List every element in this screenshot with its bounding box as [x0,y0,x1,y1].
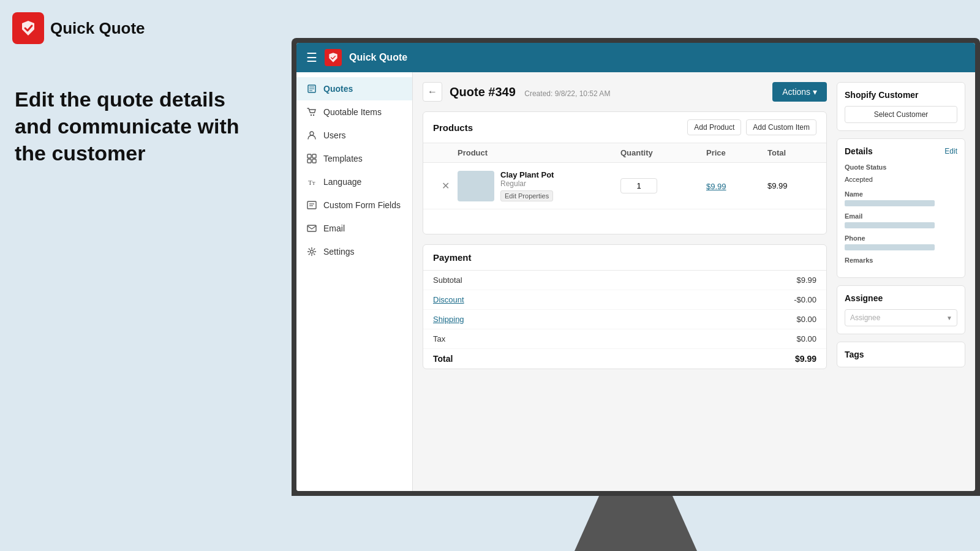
add-product-button[interactable]: Add Product [687,119,741,135]
col-header-product: Product [458,148,620,157]
quantity-input[interactable] [620,178,657,193]
back-button[interactable]: ← [423,82,442,102]
quote-icon [306,83,317,94]
remarks-label: Remarks [845,257,957,264]
quote-number: Quote #349 [450,85,516,99]
detail-field-name: Name [845,190,957,206]
assignee-select[interactable]: Assignee [845,309,957,326]
tags-card: Tags [837,342,965,367]
product-details: Clay Plant Pot Regular Edit Properties [500,170,620,201]
hero-text: Edit the quote details and communicate w… [15,86,247,167]
cart-icon [306,107,317,118]
quote-created: Created: 9/8/22, 10:52 AM [524,89,610,98]
sidebar-item-quotable-items[interactable]: Quotable Items [296,100,412,124]
payment-header: Payment [423,245,826,271]
shipping-link[interactable]: Shipping [433,315,464,324]
details-title: Details [845,146,873,156]
right-panel: Shopify Customer Select Customer Details… [837,82,965,481]
sidebar-item-language[interactable]: Tт Language [296,170,412,193]
detail-field-email: Email [845,212,957,228]
add-custom-item-button[interactable]: Add Custom Item [746,119,816,135]
price-cell: $9.99 [706,181,767,192]
shopify-customer-card: Shopify Customer Select Customer [837,82,965,131]
details-edit-button[interactable]: Edit [944,147,957,156]
discount-value: -$0.00 [794,295,816,304]
sidebar-label-quotable-items: Quotable Items [323,107,382,117]
details-card: Details Edit Quote Status Accepted Name [837,138,965,278]
sidebar-item-quotes[interactable]: Quotes [296,77,412,100]
brand-logo [12,12,44,44]
detail-field-phone: Phone [845,234,957,250]
price-link[interactable]: $9.99 [706,182,726,191]
payment-card: Payment Subtotal $9.99 Discount -$0.00 [423,244,827,369]
monitor-screen: ☰ Quick Quote [292,38,980,496]
product-variant: Regular [500,179,620,188]
sidebar-label-language: Language [323,177,361,187]
svg-rect-17 [307,225,316,231]
quote-status-value: Accepted [845,176,873,183]
sidebar-item-custom-form-fields[interactable]: Custom Form Fields [296,193,412,217]
total-value: $9.99 [795,354,816,364]
details-header: Details Edit [845,146,957,156]
tags-title: Tags [845,350,957,359]
language-icon: Tт [306,176,317,187]
edit-properties-button[interactable]: Edit Properties [500,190,553,201]
settings-icon [306,246,317,257]
app-container: ☰ Quick Quote [296,43,975,491]
monitor-stand [575,496,697,551]
sidebar-item-users[interactable]: Users [296,124,412,147]
form-icon [306,200,317,211]
shipping-value: $0.00 [796,315,816,324]
col-header-empty [433,148,458,157]
select-customer-button[interactable]: Select Customer [845,106,957,123]
payment-row-subtotal: Subtotal $9.99 [423,271,826,290]
svg-rect-12 [312,159,316,163]
assignee-title: Assignee [845,293,957,303]
col-header-price: Price [706,148,767,157]
payment-row-total: Total $9.99 [423,349,826,369]
tax-value: $0.00 [796,334,816,343]
content-area: ← Quote #349 Created: 9/8/22, 10:52 AM A… [413,72,975,491]
table-row: ✕ Clay Plant Pot Regular Edit Properties [423,163,826,209]
sidebar-label-templates: Templates [323,154,363,163]
col-header-quantity: Quantity [620,148,706,157]
sidebar-item-email[interactable]: Email [296,217,412,240]
quote-header-left: ← Quote #349 Created: 9/8/22, 10:52 AM [423,82,610,102]
subtotal-label: Subtotal [433,276,462,285]
payment-row-tax: Tax $0.00 [423,329,826,349]
main-panel: ← Quote #349 Created: 9/8/22, 10:52 AM A… [423,82,827,481]
user-icon [306,130,317,141]
remove-product-button[interactable]: ✕ [433,180,458,192]
phone-value-bar [845,244,935,250]
email-value-bar [845,222,935,228]
sidebar-label-custom-form-fields: Custom Form Fields [323,200,401,210]
hamburger-icon[interactable]: ☰ [306,50,317,65]
sidebar: Quotes Quotable Items [296,72,413,491]
assignee-card: Assignee Assignee [837,285,965,334]
total-cell: $9.99 [767,181,816,190]
nav-title: Quick Quote [349,52,407,63]
name-value-bar [845,200,935,206]
svg-rect-10 [312,154,316,158]
svg-point-7 [313,114,314,116]
product-info: Clay Plant Pot Regular Edit Properties [458,170,620,201]
email-icon [306,223,317,234]
col-header-total: Total [767,148,816,157]
email-label: Email [845,212,957,220]
quantity-cell [620,178,706,193]
nav-logo [325,49,342,66]
actions-button[interactable]: Actions ▾ [772,82,827,102]
shopify-customer-title: Shopify Customer [845,90,957,100]
payment-title: Payment [433,252,472,263]
sidebar-item-templates[interactable]: Templates [296,147,412,170]
tax-label: Tax [433,334,445,343]
sidebar-item-settings[interactable]: Settings [296,240,412,263]
top-nav: ☰ Quick Quote [296,43,975,72]
sidebar-label-email: Email [323,223,345,233]
products-card: Products Add Product Add Custom Item Pro… [423,111,827,234]
main-content: Quotes Quotable Items [296,72,975,491]
subtotal-value: $9.99 [796,276,816,285]
template-icon [306,153,317,164]
discount-link[interactable]: Discount [433,295,464,304]
svg-rect-11 [307,159,311,163]
